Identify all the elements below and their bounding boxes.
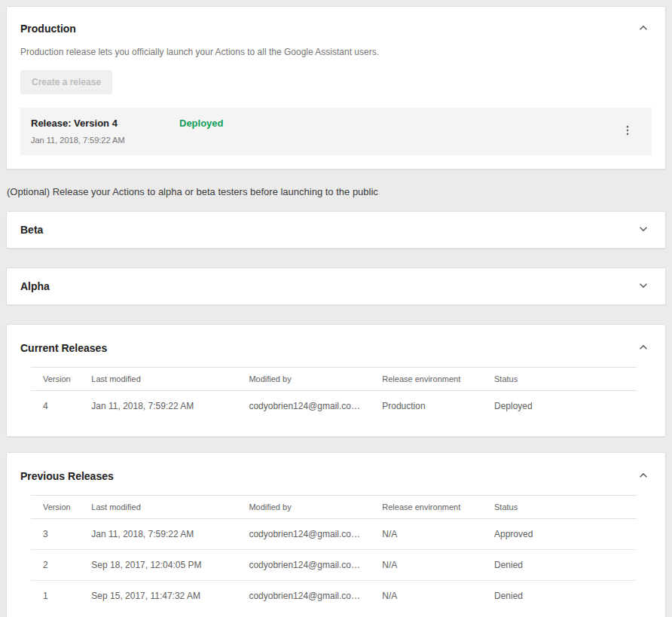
current-releases-table: Version Last modified Modified by Releas… [31,367,637,421]
production-collapse-button[interactable] [635,20,652,37]
current-releases-title: Current Releases [20,342,107,354]
cell-status: Deployed [488,391,637,422]
column-header-status: Status [488,496,637,519]
alpha-panel[interactable]: Alpha [6,267,666,305]
table-row: 3 Jan 11, 2018, 7:59:22 AM codyobrien124… [31,519,637,550]
current-releases-panel: Current Releases Version Last modified M… [6,324,666,437]
column-header-release-environment: Release environment [376,496,488,519]
more-vert-icon [621,124,634,139]
cell-last-modified: Sep 18, 2017, 12:04:05 PM [85,550,243,581]
column-header-modified-by: Modified by [243,368,376,391]
optional-release-note: (Optional) Release your Actions to alpha… [7,186,666,197]
cell-version: 2 [31,550,85,581]
production-panel-header[interactable]: Production [20,20,652,37]
cell-last-modified: Sep 15, 2017, 11:47:32 AM [85,581,243,612]
production-description: Production release lets you officially l… [20,47,652,57]
create-release-button[interactable]: Create a release [20,70,112,94]
production-panel-title: Production [20,23,76,35]
column-header-modified-by: Modified by [243,496,376,519]
table-header-row: Version Last modified Modified by Releas… [31,368,637,391]
release-status-badge: Deployed [179,118,224,129]
chevron-down-icon [636,221,651,239]
chevron-up-icon [636,340,651,357]
previous-releases-header[interactable]: Previous Releases [20,468,652,484]
cell-status: Approved [488,519,637,550]
cell-release-environment: N/A [376,581,488,612]
alpha-panel-title: Alpha [20,280,50,292]
release-date: Jan 11, 2018, 7:59:22 AM [31,136,619,145]
beta-panel[interactable]: Beta [6,211,666,249]
current-releases-header[interactable]: Current Releases [20,340,652,356]
table-header-row: Version Last modified Modified by Releas… [31,496,637,519]
column-header-last-modified: Last modified [85,368,243,391]
cell-version: 4 [31,391,85,422]
release-page: Production Production release lets you o… [0,0,672,617]
previous-releases-panel: Previous Releases Version Last modified … [6,452,666,617]
column-header-release-environment: Release environment [376,368,488,391]
chevron-up-icon [636,20,651,38]
alpha-expand-button[interactable] [635,278,652,295]
production-panel: Production Production release lets you o… [6,6,666,170]
production-release-row: Release: Version 4 Deployed Jan 11, 2018… [20,108,652,155]
previous-releases-table: Version Last modified Modified by Releas… [31,495,637,611]
column-header-version: Version [31,496,85,519]
column-header-status: Status [488,368,637,391]
cell-release-environment: N/A [376,550,488,581]
cell-version: 1 [31,581,85,612]
cell-modified-by: codyobrien124@gmail.co… [243,391,376,422]
chevron-down-icon [636,278,651,295]
chevron-up-icon [636,468,651,485]
column-header-version: Version [31,368,85,391]
beta-panel-title: Beta [20,224,43,236]
current-releases-collapse-button[interactable] [635,340,652,356]
previous-releases-title: Previous Releases [20,470,114,482]
table-row: 2 Sep 18, 2017, 12:04:05 PM codyobrien12… [31,550,637,581]
table-row: 4 Jan 11, 2018, 7:59:22 AM codyobrien124… [31,391,637,422]
cell-modified-by: codyobrien124@gmail.co… [243,581,376,612]
beta-expand-button[interactable] [635,221,652,238]
column-header-last-modified: Last modified [85,496,243,519]
cell-last-modified: Jan 11, 2018, 7:59:22 AM [85,391,243,422]
cell-last-modified: Jan 11, 2018, 7:59:22 AM [85,519,243,550]
cell-modified-by: codyobrien124@gmail.co… [243,519,376,550]
cell-status: Denied [488,550,637,581]
release-name: Release: Version 4 [31,118,179,129]
cell-release-environment: Production [376,391,488,422]
release-more-options-button[interactable] [619,122,637,140]
previous-releases-collapse-button[interactable] [635,468,652,484]
cell-release-environment: N/A [376,519,488,550]
release-info: Release: Version 4 Deployed Jan 11, 2018… [31,118,619,145]
cell-version: 3 [31,519,85,550]
table-row: 1 Sep 15, 2017, 11:47:32 AM codyobrien12… [31,581,637,612]
cell-modified-by: codyobrien124@gmail.co… [243,550,376,581]
cell-status: Denied [488,581,637,612]
